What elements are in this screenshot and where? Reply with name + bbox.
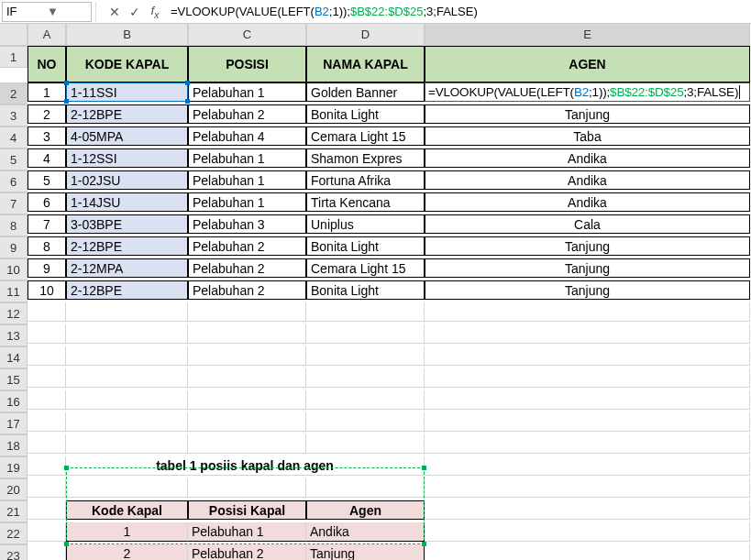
cell-posisi[interactable]: Pelabuhan 1 xyxy=(188,192,306,212)
cell-empty[interactable] xyxy=(425,456,750,476)
row-header-6[interactable]: 6 xyxy=(0,170,28,192)
cell-kode[interactable]: 2-12BPE xyxy=(66,280,188,300)
row-header-7[interactable]: 7 xyxy=(0,192,28,214)
cell-empty[interactable] xyxy=(28,324,66,344)
cell-empty[interactable] xyxy=(306,302,425,322)
chevron-down-icon[interactable]: ▼ xyxy=(47,5,87,18)
cell-no[interactable]: 3 xyxy=(28,126,66,146)
table2-agen[interactable]: Tanjung xyxy=(306,544,425,560)
cell-posisi[interactable]: Pelabuhan 1 xyxy=(188,82,306,102)
row-header-17[interactable]: 17 xyxy=(0,412,28,434)
cell-no[interactable]: 1 xyxy=(28,82,66,102)
cell-empty[interactable] xyxy=(425,522,750,542)
cell-no[interactable]: 10 xyxy=(28,280,66,300)
cell-empty[interactable] xyxy=(28,302,66,322)
cell-empty[interactable] xyxy=(66,368,188,388)
cell-empty[interactable] xyxy=(66,302,188,322)
col-header-E[interactable]: E xyxy=(425,24,750,46)
cell-agen[interactable]: Andika xyxy=(425,192,750,212)
cell-empty[interactable] xyxy=(66,434,188,454)
row-header-16[interactable]: 16 xyxy=(0,390,28,412)
row-header-18[interactable]: 18 xyxy=(0,434,28,456)
cell-empty[interactable] xyxy=(28,522,66,542)
row-header-12[interactable]: 12 xyxy=(0,302,28,324)
select-all-corner[interactable] xyxy=(0,24,28,46)
row-header-20[interactable]: 20 xyxy=(0,478,28,500)
cell-empty[interactable] xyxy=(425,412,750,432)
cell-kode[interactable]: 4-05MPA xyxy=(66,126,188,146)
cell-nama[interactable]: Bonita Light xyxy=(306,104,425,124)
cell-agen[interactable]: Tanjung xyxy=(425,280,750,300)
table2-posisi[interactable]: Pelabuhan 1 xyxy=(188,522,306,542)
cell-nama[interactable]: Cemara Light 15 xyxy=(306,258,425,278)
cell-empty[interactable] xyxy=(188,390,306,410)
cell-nama[interactable]: Golden Banner xyxy=(306,82,425,102)
fx-button[interactable]: fx xyxy=(145,2,165,22)
cell-empty[interactable] xyxy=(425,368,750,388)
cell-empty[interactable] xyxy=(188,412,306,432)
table2-kode[interactable]: 2 xyxy=(66,544,188,560)
cell-posisi[interactable]: Pelabuhan 1 xyxy=(188,170,306,190)
col-header-C[interactable]: C xyxy=(188,24,306,46)
cell-empty[interactable] xyxy=(28,434,66,454)
cell-no[interactable]: 6 xyxy=(28,192,66,212)
cell-empty[interactable] xyxy=(28,412,66,432)
row-header-14[interactable]: 14 xyxy=(0,346,28,368)
cell-empty[interactable] xyxy=(425,478,750,498)
cell-empty[interactable] xyxy=(188,434,306,454)
cell-posisi[interactable]: Pelabuhan 2 xyxy=(188,280,306,300)
col-header-D[interactable]: D xyxy=(306,24,425,46)
row-header-11[interactable]: 11 xyxy=(0,280,28,302)
cell-empty[interactable] xyxy=(66,324,188,344)
cell-posisi[interactable]: Pelabuhan 2 xyxy=(188,104,306,124)
cell-empty[interactable] xyxy=(425,544,750,560)
row-header-22[interactable]: 22 xyxy=(0,522,28,544)
cell-no[interactable]: 9 xyxy=(28,258,66,278)
row-header-5[interactable]: 5 xyxy=(0,148,28,170)
col-header-A[interactable]: A xyxy=(28,24,66,46)
cell-empty[interactable] xyxy=(425,390,750,410)
cell-empty[interactable] xyxy=(425,434,750,454)
row-header-1[interactable]: 1 xyxy=(0,46,28,68)
cell-empty[interactable] xyxy=(306,434,425,454)
cell-kode[interactable]: 1-02JSU xyxy=(66,170,188,190)
cell-empty[interactable] xyxy=(66,412,188,432)
cell-empty[interactable] xyxy=(28,368,66,388)
cell-agen[interactable]: Tanjung xyxy=(425,104,750,124)
cell-empty[interactable] xyxy=(28,544,66,560)
cell-empty[interactable] xyxy=(425,324,750,344)
cell-nama[interactable]: Tirta Kencana xyxy=(306,192,425,212)
cell-empty[interactable] xyxy=(188,324,306,344)
table2-kode[interactable]: 1 xyxy=(66,522,188,542)
table2-posisi[interactable]: Pelabuhan 2 xyxy=(188,544,306,560)
cell-empty[interactable] xyxy=(306,324,425,344)
cell-posisi[interactable]: Pelabuhan 2 xyxy=(188,258,306,278)
cell-empty[interactable] xyxy=(306,412,425,432)
formula-input[interactable]: =VLOOKUP(VALUE(LEFT(B2;1));$B$22:$D$25;3… xyxy=(165,2,751,22)
cell-empty[interactable] xyxy=(425,302,750,322)
table2-agen[interactable]: Andika xyxy=(306,522,425,542)
cell-agen[interactable]: Cala xyxy=(425,214,750,234)
cell-agen[interactable]: Tanjung xyxy=(425,258,750,278)
row-header-15[interactable]: 15 xyxy=(0,368,28,390)
cell-no[interactable]: 4 xyxy=(28,148,66,168)
cell-no[interactable]: 2 xyxy=(28,104,66,124)
cell-empty[interactable] xyxy=(28,456,66,476)
cell-nama[interactable]: Bonita Light xyxy=(306,280,425,300)
cell-kode[interactable]: 1-11SSI xyxy=(66,82,188,102)
cell-agen[interactable]: Andika xyxy=(425,170,750,190)
cell-agen[interactable]: Taba xyxy=(425,126,750,146)
row-header-10[interactable]: 10 xyxy=(0,258,28,280)
cell-no[interactable]: 8 xyxy=(28,236,66,256)
cell-empty[interactable] xyxy=(28,390,66,410)
row-header-9[interactable]: 9 xyxy=(0,236,28,258)
cell-kode[interactable]: 1-12SSI xyxy=(66,148,188,168)
cell-empty[interactable] xyxy=(28,500,66,520)
cell-nama[interactable]: Uniplus xyxy=(306,214,425,234)
row-header-3[interactable]: 3 xyxy=(0,104,28,126)
row-header-13[interactable]: 13 xyxy=(0,324,28,346)
cell-empty[interactable] xyxy=(306,368,425,388)
cell-agen[interactable]: Andika xyxy=(425,148,750,168)
row-header-23[interactable]: 23 xyxy=(0,544,28,560)
cell-agen-editing[interactable]: =VLOOKUP(VALUE(LEFT(B2;1));$B$22:$D$25;3… xyxy=(425,82,750,102)
